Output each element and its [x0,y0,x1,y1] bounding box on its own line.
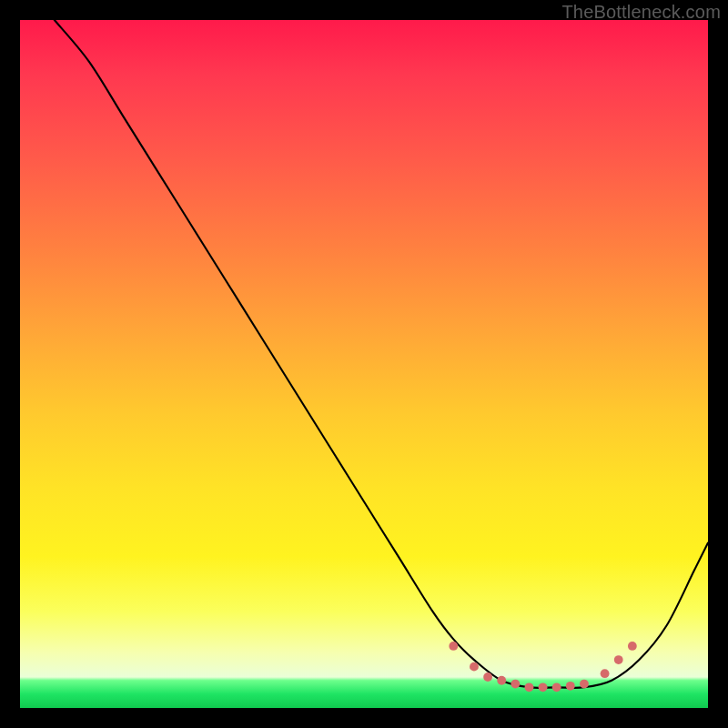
marker-dot [566,682,575,691]
marker-dot [525,682,534,692]
marker-dot [580,680,589,689]
marker-dot [628,642,637,651]
marker-dot [614,655,623,664]
marker-dot [497,676,506,685]
flat-region-markers [449,642,636,692]
marker-dot [470,662,479,672]
chart-stage: TheBottleneck.com [0,0,728,728]
marker-dot [552,682,561,692]
plot-area [20,20,708,708]
marker-dot [539,682,548,692]
marker-dot [483,672,492,682]
marker-dot [511,680,520,689]
marker-dot [601,669,610,678]
chart-svg [20,20,708,708]
marker-dot [449,642,458,651]
bottleneck-curve [55,20,708,688]
